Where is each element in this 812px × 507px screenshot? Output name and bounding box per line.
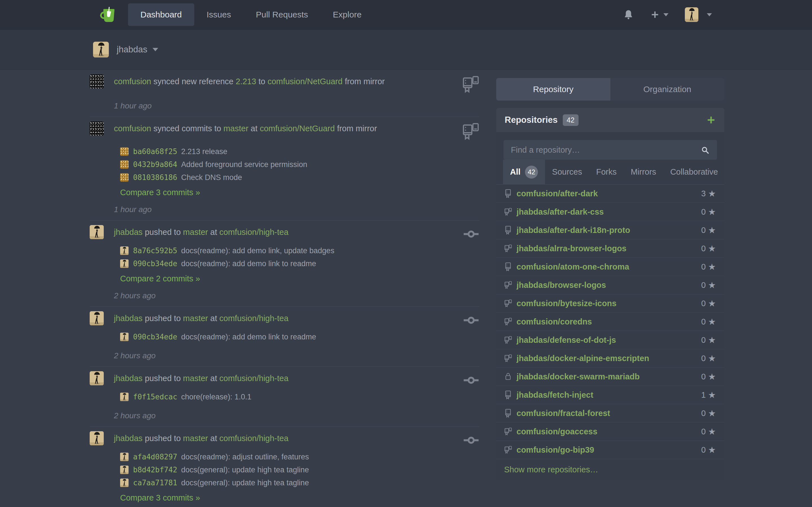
compare-commits-link[interactable]: Compare 3 commits »	[120, 188, 200, 197]
star-count: 0	[701, 317, 706, 327]
feed-link[interactable]: 2.213	[236, 77, 256, 86]
nav-item-pull-requests[interactable]: Pull Requests	[243, 0, 320, 29]
repo-row[interactable]: comfusion/goaccess0★	[496, 422, 724, 441]
repo-row[interactable]: comfusion/go-bip390★	[496, 441, 724, 459]
actor-avatar[interactable]	[90, 121, 104, 135]
repo-row[interactable]: jhabdas/alrra-browser-logos0★	[496, 239, 724, 258]
user-menu[interactable]	[685, 7, 712, 22]
commit-hash-link[interactable]: f0f15edcac	[133, 393, 177, 401]
feed-link[interactable]: comfusion/NetGuard	[260, 124, 335, 133]
search-input[interactable]	[504, 140, 717, 160]
star-count: 0	[701, 372, 706, 381]
context-switcher[interactable]: jhabdas	[93, 42, 158, 57]
commit-hash-link[interactable]: 090cb34ede	[133, 260, 177, 268]
commit-hash-link[interactable]: 0432b9a864	[133, 160, 177, 169]
feed-link[interactable]: master	[223, 124, 248, 133]
feed-link[interactable]: jhabdas	[114, 314, 143, 323]
star-icon: ★	[708, 427, 716, 436]
repo-stars: 0★	[701, 299, 716, 308]
feed-link[interactable]: comfusion	[114, 77, 151, 86]
commit-hash-link[interactable]: afa4d08297	[133, 453, 177, 461]
feed-link[interactable]: comfusion/high-tea	[219, 434, 289, 443]
filter-all[interactable]: All42	[503, 160, 545, 184]
repo-row[interactable]: jhabdas/defense-of-dot-js0★	[496, 331, 724, 349]
commit-hash-link[interactable]: b8d42bf742	[133, 466, 177, 474]
repo-name-link[interactable]: comfusion/coredns	[516, 317, 592, 327]
repo-row[interactable]: jhabdas/after-dark-css0★	[496, 203, 724, 221]
feed-link[interactable]: comfusion/high-tea	[219, 228, 289, 237]
new-repo-button[interactable]	[706, 115, 716, 125]
feed-timestamp: 2 hours ago	[114, 411, 449, 420]
repo-name-link[interactable]: jhabdas/defense-of-dot-js	[516, 335, 616, 345]
feed-link[interactable]: comfusion/high-tea	[219, 314, 289, 323]
repo-name-link[interactable]: jhabdas/docker-alpine-emscripten	[516, 354, 649, 363]
filter-mirrors[interactable]: Mirrors	[624, 160, 663, 184]
commit-hash-link[interactable]: ca7aa71781	[133, 478, 177, 487]
repo-row[interactable]: comfusion/atom-one-chroma0★	[496, 258, 724, 276]
tab-repository[interactable]: Repository	[496, 78, 610, 101]
feed-link[interactable]: master	[183, 434, 208, 443]
feed-link[interactable]: jhabdas	[114, 434, 143, 443]
nav-item-dashboard[interactable]: Dashboard	[128, 3, 194, 26]
repo-row[interactable]: jhabdas/fetch-inject1★	[496, 386, 724, 404]
repo-name-link[interactable]: jhabdas/after-dark-i18n-proto	[516, 226, 630, 235]
feed-link[interactable]: jhabdas	[114, 374, 143, 383]
repo-row[interactable]: comfusion/coredns0★	[496, 313, 724, 331]
show-more-repositories-link[interactable]: Show more repositories…	[496, 459, 724, 480]
compare-commits-link[interactable]: Compare 2 commits »	[120, 274, 200, 283]
feed-link[interactable]: master	[183, 228, 208, 237]
filter-sources[interactable]: Sources	[545, 160, 589, 184]
feed-link[interactable]: master	[183, 314, 208, 323]
actor-avatar[interactable]	[90, 225, 104, 239]
repo-name-link[interactable]: jhabdas/after-dark-css	[516, 207, 604, 217]
committer-avatar	[120, 147, 129, 156]
feed-link[interactable]: comfusion/high-tea	[219, 374, 289, 383]
actor-avatar[interactable]	[90, 431, 104, 445]
repo-filters: All42SourcesForksMirrorsCollaborative	[496, 160, 724, 184]
sidebar: Repository Organization Repositories 42 …	[496, 70, 724, 480]
repo-name-link[interactable]: jhabdas/alrra-browser-logos	[516, 244, 626, 253]
repo-icon	[504, 189, 512, 198]
repo-row[interactable]: jhabdas/docker-swarm-mariadb0★	[496, 368, 724, 386]
brand-logo[interactable]	[99, 0, 117, 29]
create-new-button[interactable]	[651, 10, 668, 19]
sidebar-tabs: Repository Organization	[496, 78, 724, 101]
feed-text: synced commits to	[151, 124, 223, 133]
filter-collaborative[interactable]: Collaborative	[663, 160, 724, 184]
feed-link[interactable]: comfusion/NetGuard	[267, 77, 343, 86]
tab-organization[interactable]: Organization	[610, 78, 725, 101]
repo-row[interactable]: jhabdas/browser-logos0★	[496, 276, 724, 294]
notifications-button[interactable]	[623, 8, 634, 21]
repo-row[interactable]: comfusion/fractal-forest0★	[496, 404, 724, 422]
search-icon[interactable]	[701, 146, 710, 155]
repo-row[interactable]: jhabdas/after-dark-i18n-proto0★	[496, 221, 724, 239]
feed-link[interactable]: comfusion	[114, 124, 151, 133]
actor-avatar[interactable]	[90, 311, 104, 325]
filter-forks[interactable]: Forks	[589, 160, 624, 184]
repo-name-link[interactable]: comfusion/fractal-forest	[516, 409, 610, 418]
nav-item-explore[interactable]: Explore	[320, 0, 374, 29]
actor-avatar[interactable]	[90, 371, 104, 385]
commit-hash-link[interactable]: ba60a68f25	[133, 147, 177, 156]
repo-name-link[interactable]: jhabdas/docker-swarm-mariadb	[516, 372, 640, 381]
feed-link[interactable]: master	[183, 374, 208, 383]
commit-hash-link[interactable]: 0810386186	[133, 173, 177, 182]
actor-avatar[interactable]	[90, 74, 104, 89]
repo-name-link[interactable]: comfusion/goaccess	[516, 427, 598, 436]
star-icon: ★	[708, 354, 716, 363]
repo-row[interactable]: comfusion/after-dark3★	[496, 184, 724, 203]
repo-name-link[interactable]: jhabdas/fetch-inject	[516, 390, 593, 400]
repo-row[interactable]: jhabdas/docker-alpine-emscripten0★	[496, 349, 724, 368]
star-icon: ★	[708, 263, 716, 271]
nav-item-issues[interactable]: Issues	[194, 0, 244, 29]
repo-name-link[interactable]: jhabdas/browser-logos	[516, 281, 606, 290]
repo-name-link[interactable]: comfusion/atom-one-chroma	[516, 262, 629, 272]
compare-commits-link[interactable]: Compare 3 commits »	[120, 493, 200, 503]
repo-row[interactable]: comfusion/bytesize-icons0★	[496, 294, 724, 313]
repo-name-link[interactable]: comfusion/go-bip39	[516, 445, 594, 455]
commit-hash-link[interactable]: 8a76c592b5	[133, 246, 177, 255]
commit-hash-link[interactable]: 090cb34ede	[133, 333, 177, 341]
repo-name-link[interactable]: comfusion/bytesize-icons	[516, 299, 617, 308]
feed-link[interactable]: jhabdas	[114, 228, 143, 237]
repo-name-link[interactable]: comfusion/after-dark	[516, 189, 598, 198]
